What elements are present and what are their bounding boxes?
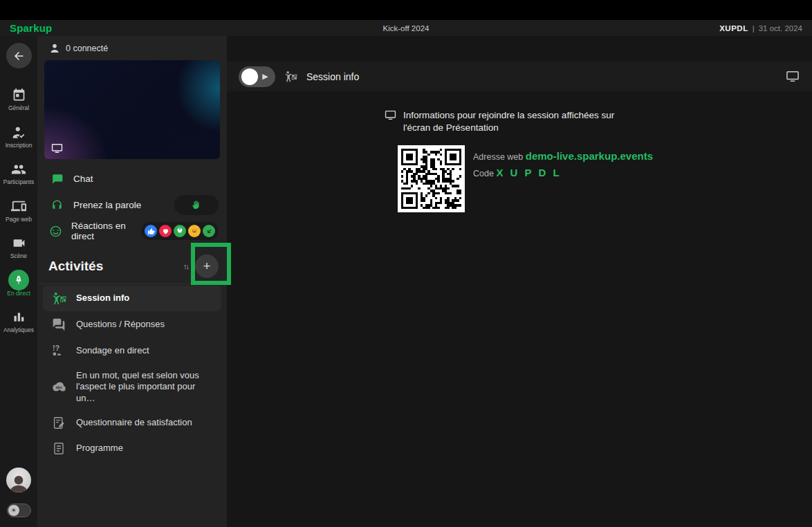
join-row: Adresse web demo-live.sparkup.events Cod… <box>398 145 812 212</box>
connected-count: 0 connecté <box>37 36 227 60</box>
activities-title: Activités <box>48 259 103 274</box>
hand-icon <box>191 199 202 210</box>
activity-questions[interactable]: Questions / Réponses <box>43 311 221 338</box>
sidebar-item-label: En direct <box>7 290 30 297</box>
connected-label: 0 connecté <box>66 44 108 53</box>
activities-header: Activités ↑↓ + <box>37 249 227 284</box>
devices-icon <box>11 198 26 214</box>
monitor-icon <box>385 110 396 133</box>
take-floor-label: Prenez la parole <box>73 200 141 210</box>
activity-programme[interactable]: Programme <box>43 436 221 461</box>
main-header: ▶ Session info <box>227 62 812 91</box>
sidebar-item-participants[interactable]: Participants <box>0 161 37 185</box>
sidebar-item-general[interactable]: Général <box>0 87 37 111</box>
activity-label: En un mot, quel est selon vous l'aspect … <box>76 370 216 404</box>
reactions-pill[interactable] <box>141 222 219 240</box>
meta-separator: | <box>753 24 755 33</box>
session-code-value: X U P D L <box>496 167 561 178</box>
play-toggle[interactable]: ▶ <box>239 66 275 87</box>
session-panel: 0 connecté Chat Prenez <box>37 36 227 527</box>
address-line: Adresse web demo-live.sparkup.events <box>473 150 653 162</box>
app-header: Sparkup Kick-off 2024 XUPDL | 31 oct. 20… <box>0 20 812 36</box>
thumbs-up-icon <box>145 225 157 237</box>
svg-text:abc: abc <box>55 386 62 390</box>
sidebar-item-scene[interactable]: Scène <box>0 235 37 259</box>
activity-poll[interactable]: !? Sondage en direct <box>43 338 221 364</box>
session-date: 31 oct. 2024 <box>759 24 802 33</box>
reactions-row[interactable]: Réactions en direct <box>46 218 219 244</box>
chat-bubbles-icon <box>51 317 66 331</box>
svg-text:!?: !? <box>53 344 60 352</box>
session-info-icon <box>284 71 297 82</box>
clap-icon <box>174 225 186 237</box>
word-cloud-icon: abc <box>51 380 66 393</box>
activity-word-cloud[interactable]: abc En un mot, quel est selon vous l'asp… <box>43 364 221 410</box>
add-activity-button[interactable]: + <box>195 255 219 278</box>
take-floor-row[interactable]: Prenez la parole <box>46 192 219 218</box>
sidebar-item-analytiques[interactable]: Analytiques <box>0 309 37 333</box>
sidebar-item-label: Page web <box>6 216 32 223</box>
sidebar-item-endirect[interactable]: En direct <box>0 272 37 297</box>
theme-toggle[interactable]: ☀ <box>7 503 31 517</box>
activity-label: Session info <box>76 293 129 304</box>
heart-icon <box>159 225 172 237</box>
sidebar-item-label: Participants <box>3 179 34 185</box>
app-body: Général Inscription Participants Page we… <box>0 36 812 527</box>
videocam-icon <box>12 235 26 251</box>
calendar-icon <box>12 87 26 103</box>
sidebar: Général Inscription Participants Page we… <box>0 36 37 527</box>
activity-label: Questionnaire de satisfaction <box>76 417 192 428</box>
user-avatar[interactable] <box>6 468 31 492</box>
chat-bubble-icon <box>49 172 64 185</box>
sun-icon: ☀ <box>8 505 19 516</box>
laugh-icon <box>188 225 201 237</box>
raise-hand-button[interactable] <box>174 195 219 215</box>
session-code: XUPDL <box>719 24 748 33</box>
arrow-downleft-icon <box>203 225 215 237</box>
join-info-text: Informations pour rejoindre la session a… <box>403 109 644 133</box>
arrow-left-icon <box>12 49 26 63</box>
stage-preview[interactable] <box>44 60 220 159</box>
rocket-icon <box>8 272 29 288</box>
sidebar-item-label: Général <box>8 105 29 111</box>
chat-label: Chat <box>73 174 93 184</box>
event-title: Kick-off 2024 <box>0 24 812 33</box>
activity-session-info[interactable]: Session info <box>43 286 221 311</box>
activity-label: Questions / Réponses <box>76 319 165 330</box>
poll-icon: !? <box>51 344 66 358</box>
present-screen-button[interactable] <box>786 71 800 82</box>
smiley-icon <box>49 225 62 238</box>
session-url: demo-live.sparkup.events <box>526 150 653 162</box>
chat-row[interactable]: Chat <box>46 165 219 192</box>
sort-icon[interactable]: ↑↓ <box>183 262 195 270</box>
back-button[interactable] <box>6 43 32 68</box>
top-black-bar <box>0 0 812 20</box>
bar-chart-icon <box>12 309 26 325</box>
join-details: Adresse web demo-live.sparkup.events Cod… <box>473 145 653 212</box>
activity-label: Sondage en direct <box>76 345 149 356</box>
activity-satisfaction[interactable]: Questionnaire de satisfaction <box>43 410 221 436</box>
address-label: Adresse web <box>473 152 523 162</box>
activity-label: Programme <box>76 443 123 454</box>
sidebar-item-pageweb[interactable]: Page web <box>0 198 37 223</box>
toggle-knob <box>241 68 258 85</box>
person-check-icon <box>12 124 26 140</box>
person-icon <box>49 43 60 54</box>
main-area: ▶ Session info Informations pour rejoind… <box>227 36 812 527</box>
activity-list: Session info Questions / Réponses !? Son… <box>37 284 227 463</box>
app-root: Sparkup Kick-off 2024 XUPDL | 31 oct. 20… <box>0 0 812 527</box>
sidebar-item-inscription[interactable]: Inscription <box>0 124 37 149</box>
qr-code <box>398 145 465 212</box>
document-icon <box>51 442 66 455</box>
info-row: Informations pour rejoindre la session a… <box>385 109 812 133</box>
code-line: Code X U P D L <box>473 167 653 178</box>
sidebar-item-label: Scène <box>10 253 27 259</box>
session-meta: XUPDL | 31 oct. 2024 <box>719 24 802 33</box>
sidebar-item-label: Inscription <box>6 142 33 149</box>
feature-rows: Chat Prenez la parole <box>37 165 227 244</box>
code-label: Code <box>473 169 494 178</box>
sidebar-item-label: Analytiques <box>3 327 34 333</box>
headset-icon <box>49 198 64 212</box>
survey-icon <box>51 416 66 429</box>
main-title: Session info <box>306 71 359 82</box>
